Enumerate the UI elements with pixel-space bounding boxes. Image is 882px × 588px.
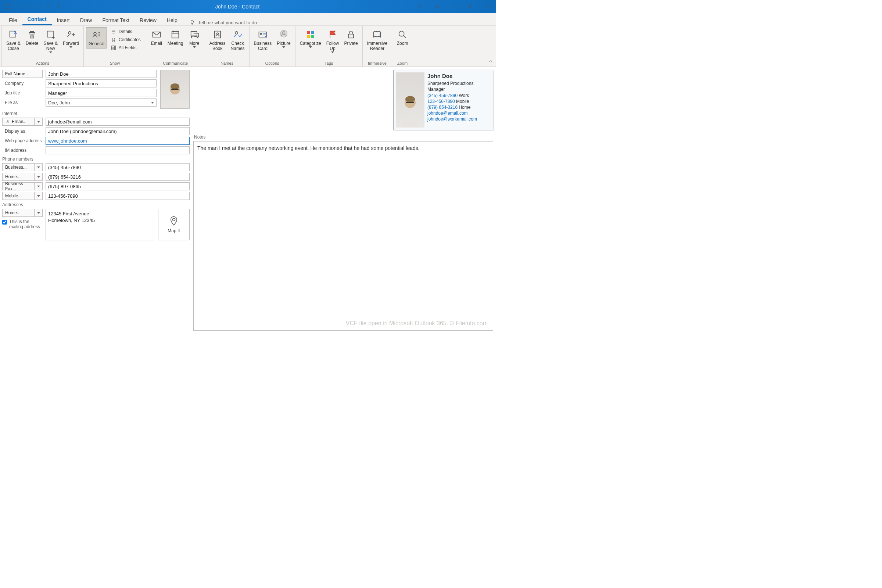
- save-new-icon: [45, 28, 57, 40]
- tab-file[interactable]: File: [4, 14, 22, 26]
- svg-rect-10: [172, 32, 179, 38]
- web-page-label: Web page address: [2, 138, 43, 143]
- categorize-icon: [304, 28, 316, 40]
- email-type-button[interactable]: Email...: [2, 118, 43, 126]
- display-as-label: Display as: [2, 129, 43, 134]
- tab-insert[interactable]: Insert: [52, 14, 75, 26]
- file-as-dropdown[interactable]: Doe, John: [46, 99, 156, 106]
- immersive-reader-button[interactable]: Immersive Reader: [365, 27, 390, 53]
- job-title-field[interactable]: [46, 89, 156, 97]
- fax-phone-field[interactable]: [46, 182, 190, 190]
- certificate-icon: [111, 37, 117, 43]
- general-button[interactable]: General: [86, 27, 107, 48]
- lightbulb-icon: [189, 20, 195, 26]
- ribbon-group-names: Address Book Check Names Names: [205, 26, 249, 66]
- address-book-button[interactable]: Address Book: [207, 27, 228, 53]
- svg-rect-1: [436, 6, 438, 8]
- delete-button[interactable]: Delete: [24, 27, 41, 48]
- mobile-phone-field[interactable]: [46, 192, 190, 200]
- save-close-button[interactable]: Save & Close: [4, 27, 23, 53]
- card-company: Sharpened Productions: [428, 81, 477, 86]
- zoom-button[interactable]: Zoom: [394, 27, 411, 48]
- tab-help[interactable]: Help: [162, 14, 183, 26]
- im-field[interactable]: [46, 146, 190, 154]
- email-field[interactable]: [46, 118, 190, 126]
- map-it-button[interactable]: Map It: [158, 209, 190, 240]
- details-button[interactable]: Details: [108, 28, 143, 35]
- business-card-button[interactable]: Business Card: [252, 27, 274, 53]
- ribbon-collapse-button[interactable]: [488, 59, 493, 65]
- svg-rect-4: [47, 31, 53, 37]
- save-icon[interactable]: [2, 2, 12, 11]
- mailing-checkbox[interactable]: This is the mailing address: [2, 219, 43, 230]
- picture-button[interactable]: Picture: [274, 27, 292, 50]
- fax-phone-type[interactable]: Business Fax...: [2, 182, 43, 190]
- svg-rect-27: [171, 88, 178, 90]
- save-new-button[interactable]: Save & New: [41, 27, 60, 55]
- more-button[interactable]: More: [186, 27, 202, 50]
- company-field[interactable]: [46, 80, 156, 87]
- maximize-icon[interactable]: [462, 0, 479, 13]
- svg-rect-20: [311, 31, 314, 34]
- tell-me-search[interactable]: Tell me what you want to do: [189, 20, 257, 26]
- contact-form: Full Name... Company Job title File asDo…: [2, 70, 190, 331]
- redo-icon[interactable]: [23, 2, 32, 11]
- picture-icon: [278, 28, 290, 40]
- qat-customize-icon[interactable]: [54, 2, 63, 11]
- ribbon-group-tags: Categorize Follow Up Private Tags: [296, 26, 363, 66]
- svg-point-28: [7, 120, 9, 122]
- forward-button[interactable]: Forward: [61, 27, 81, 50]
- up-arrow-icon[interactable]: [33, 2, 43, 11]
- private-button[interactable]: Private: [342, 27, 360, 48]
- undo-icon[interactable]: [12, 2, 22, 11]
- all-fields-button[interactable]: All Fields: [108, 44, 143, 51]
- calendar-icon: [170, 28, 181, 40]
- home-phone-field[interactable]: [46, 173, 190, 181]
- tab-format-text[interactable]: Format Text: [97, 14, 135, 26]
- home-phone-type[interactable]: Home...: [2, 173, 43, 181]
- minimize-icon[interactable]: [446, 0, 462, 13]
- company-label: Company: [2, 81, 43, 86]
- business-card-preview[interactable]: John Doe Sharpened Productions Manager (…: [393, 70, 493, 130]
- diamond-icon[interactable]: [412, 0, 429, 13]
- full-name-field[interactable]: [46, 70, 156, 78]
- email-button[interactable]: Email: [148, 27, 165, 48]
- close-icon[interactable]: [479, 0, 496, 13]
- business-phone-field[interactable]: [46, 163, 190, 171]
- svg-point-14: [235, 32, 238, 34]
- svg-point-7: [112, 38, 115, 40]
- tab-draw[interactable]: Draw: [75, 14, 98, 26]
- svg-point-29: [173, 218, 175, 221]
- check-names-button[interactable]: Check Names: [229, 27, 247, 53]
- address-field[interactable]: 12345 First AvenueHometown, NY 12345: [46, 209, 155, 240]
- web-page-field[interactable]: [46, 137, 190, 145]
- follow-up-button[interactable]: Follow Up: [324, 27, 341, 55]
- zoom-icon: [396, 28, 408, 40]
- job-title-label: Job title: [2, 90, 43, 96]
- group-label-actions: Actions: [2, 61, 83, 66]
- internet-header: Internet: [2, 111, 190, 116]
- ribbon-group-611: Zoom Zoom: [392, 26, 413, 66]
- ribbon-group-actions: Save & Close Delete Save & New Forward A…: [2, 26, 84, 66]
- tab-review[interactable]: Review: [135, 14, 162, 26]
- meeting-button[interactable]: Meeting: [165, 27, 186, 48]
- svg-point-31: [405, 96, 415, 102]
- display-as-field[interactable]: [46, 127, 190, 135]
- contact-photo[interactable]: [160, 70, 190, 109]
- business-phone-type[interactable]: Business...: [2, 163, 43, 171]
- group-label-names: Names: [205, 61, 249, 66]
- card-photo: [396, 72, 424, 128]
- address-type[interactable]: Home...: [2, 209, 43, 217]
- notes-textarea[interactable]: The man I met at the company networking …: [193, 141, 493, 331]
- person-card-icon: [90, 29, 102, 41]
- categorize-button[interactable]: Categorize: [298, 27, 323, 50]
- full-name-button[interactable]: Full Name...: [2, 70, 43, 78]
- restore-window-icon[interactable]: [429, 0, 446, 13]
- tab-contact[interactable]: Contact: [22, 13, 52, 26]
- certificates-button[interactable]: Certificates: [108, 36, 143, 44]
- window-title: John Doe - Contact: [63, 4, 412, 9]
- mobile-phone-type[interactable]: Mobile...: [2, 192, 43, 200]
- svg-rect-32: [406, 102, 414, 103]
- down-arrow-icon[interactable]: [44, 2, 53, 11]
- quick-access-toolbar: [0, 2, 63, 11]
